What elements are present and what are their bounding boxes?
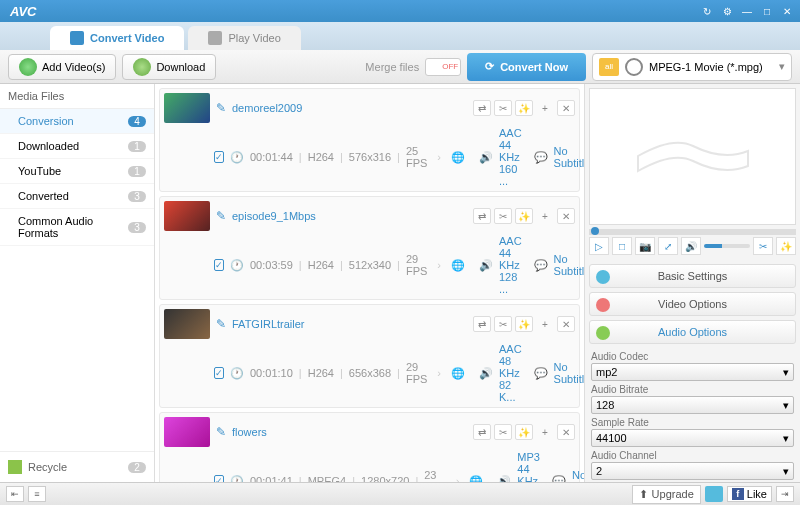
edit-icon[interactable]: ✎ bbox=[216, 317, 226, 331]
sound-icon[interactable]: 🔊 bbox=[497, 475, 511, 483]
file-row[interactable]: ✎episode9_1Mbps⇄✂✨+✕✓🕐00:03:59|H264|512x… bbox=[159, 196, 580, 300]
subtitle-icon[interactable]: 💬 bbox=[534, 367, 548, 380]
facebook-like-button[interactable]: fLike bbox=[727, 486, 772, 502]
sound-icon[interactable]: 🔊 bbox=[479, 367, 493, 380]
remove-button[interactable]: ✕ bbox=[557, 316, 575, 332]
merge-toggle[interactable]: OFF bbox=[425, 58, 461, 76]
sidebar-item-label: Conversion bbox=[18, 115, 74, 127]
sample-rate-select[interactable]: 44100▾ bbox=[591, 429, 794, 447]
swap-button[interactable]: ⇄ bbox=[473, 100, 491, 116]
sidebar-item-youtube[interactable]: YouTube1 bbox=[0, 159, 154, 184]
subtitle-info[interactable]: No Subtitle bbox=[572, 469, 585, 482]
expand-button[interactable]: ⤢ bbox=[658, 237, 678, 255]
tab-convert-video[interactable]: Convert Video bbox=[50, 26, 184, 50]
effects-button[interactable]: ✨ bbox=[515, 316, 533, 332]
checkbox[interactable]: ✓ bbox=[214, 475, 224, 482]
seek-slider[interactable] bbox=[589, 229, 796, 235]
remove-button[interactable]: ✕ bbox=[557, 208, 575, 224]
effects-button[interactable]: ✨ bbox=[776, 237, 796, 255]
play-button[interactable]: ▷ bbox=[589, 237, 609, 255]
up-arrow-icon: ⬆ bbox=[639, 488, 648, 501]
file-row[interactable]: ✎FATGIRLtrailer⇄✂✨+✕✓🕐00:01:10|H264|656x… bbox=[159, 304, 580, 408]
globe-icon: 🌐 bbox=[451, 259, 465, 272]
audio-info[interactable]: AAC 44 KHz 160 ... bbox=[499, 127, 522, 187]
cut-button[interactable]: ✂ bbox=[494, 100, 512, 116]
sound-icon[interactable]: 🔊 bbox=[479, 151, 493, 164]
audio-info[interactable]: AAC 44 KHz 128 ... bbox=[499, 235, 522, 295]
count-badge: 2 bbox=[128, 462, 146, 473]
cut-button[interactable]: ✂ bbox=[494, 316, 512, 332]
download-button[interactable]: Download bbox=[122, 54, 216, 80]
maximize-icon[interactable]: □ bbox=[758, 3, 776, 19]
remove-button[interactable]: ✕ bbox=[557, 424, 575, 440]
effects-button[interactable]: ✨ bbox=[515, 208, 533, 224]
add-button[interactable]: + bbox=[536, 316, 554, 332]
prev-page-button[interactable]: ⇤ bbox=[6, 486, 24, 502]
add-button[interactable]: + bbox=[536, 100, 554, 116]
settings-icon[interactable]: ⚙ bbox=[718, 3, 736, 19]
file-name[interactable]: episode9_1Mbps bbox=[232, 210, 316, 222]
audio-codec-select[interactable]: mp2▾ bbox=[591, 363, 794, 381]
add-button[interactable]: + bbox=[536, 208, 554, 224]
file-name[interactable]: flowers bbox=[232, 426, 267, 438]
subtitle-info[interactable]: No Subtitle bbox=[554, 145, 585, 169]
snapshot-button[interactable]: 📷 bbox=[635, 237, 655, 255]
refresh-icon[interactable]: ↻ bbox=[698, 3, 716, 19]
effects-button[interactable]: ✨ bbox=[515, 100, 533, 116]
convert-now-button[interactable]: ⟳ Convert Now bbox=[467, 53, 586, 81]
checkbox[interactable]: ✓ bbox=[214, 259, 224, 271]
audio-info[interactable]: AAC 48 KHz 82 K... bbox=[499, 343, 522, 403]
audio-info[interactable]: MP3 44 KHz 320 K... bbox=[517, 451, 540, 482]
file-row[interactable]: ✎demoreel2009⇄✂✨+✕✓🕐00:01:44|H264|576x31… bbox=[159, 88, 580, 192]
video-options-panel[interactable]: Video Options bbox=[589, 292, 796, 316]
file-row[interactable]: ✎flowers⇄✂✨+✕✓🕐00:01:41|MPEG4|1280x720|2… bbox=[159, 412, 580, 482]
file-name[interactable]: FATGIRLtrailer bbox=[232, 318, 305, 330]
upgrade-button[interactable]: ⬆Upgrade bbox=[632, 485, 701, 504]
subtitle-icon[interactable]: 💬 bbox=[552, 475, 566, 483]
output-format-select[interactable]: all MPEG-1 Movie (*.mpg) ▾ bbox=[592, 53, 792, 81]
play-icon bbox=[208, 31, 222, 45]
volume-slider[interactable] bbox=[704, 244, 750, 248]
subtitle-info[interactable]: No Subtitle bbox=[554, 253, 585, 277]
cut-button[interactable]: ✂ bbox=[753, 237, 773, 255]
basic-settings-panel[interactable]: Basic Settings bbox=[589, 264, 796, 288]
sidebar-item-converted[interactable]: Converted3 bbox=[0, 184, 154, 209]
file-name[interactable]: demoreel2009 bbox=[232, 102, 302, 114]
subtitle-icon[interactable]: 💬 bbox=[534, 151, 548, 164]
sidebar-item-downloaded[interactable]: Downloaded1 bbox=[0, 134, 154, 159]
swap-button[interactable]: ⇄ bbox=[473, 424, 491, 440]
next-page-button[interactable]: ⇥ bbox=[776, 486, 794, 502]
audio-channel-select[interactable]: 2▾ bbox=[591, 462, 794, 480]
checkbox[interactable]: ✓ bbox=[214, 151, 224, 163]
edit-icon[interactable]: ✎ bbox=[216, 425, 226, 439]
minimize-icon[interactable]: — bbox=[738, 3, 756, 19]
audio-bitrate-select[interactable]: 128▾ bbox=[591, 396, 794, 414]
effects-button[interactable]: ✨ bbox=[515, 424, 533, 440]
sidebar-item-common-audio-formats[interactable]: Common Audio Formats3 bbox=[0, 209, 154, 246]
recycle-button[interactable]: Recycle 2 bbox=[0, 451, 154, 482]
stop-button[interactable]: □ bbox=[612, 237, 632, 255]
sidebar-item-conversion[interactable]: Conversion4 bbox=[0, 109, 154, 134]
sound-icon[interactable]: 🔊 bbox=[479, 259, 493, 272]
fps: 25 FPS bbox=[406, 145, 427, 169]
swap-button[interactable]: ⇄ bbox=[473, 208, 491, 224]
gear-icon bbox=[596, 270, 610, 284]
cut-button[interactable]: ✂ bbox=[494, 208, 512, 224]
menu-button[interactable]: ≡ bbox=[28, 486, 46, 502]
subtitle-info[interactable]: No Subtitle bbox=[554, 361, 585, 385]
edit-icon[interactable]: ✎ bbox=[216, 101, 226, 115]
audio-options-panel[interactable]: Audio Options bbox=[589, 320, 796, 344]
checkbox[interactable]: ✓ bbox=[214, 367, 224, 379]
twitter-button[interactable] bbox=[705, 486, 723, 502]
subtitle-icon[interactable]: 💬 bbox=[534, 259, 548, 272]
swap-button[interactable]: ⇄ bbox=[473, 316, 491, 332]
remove-button[interactable]: ✕ bbox=[557, 100, 575, 116]
add-button[interactable]: + bbox=[536, 424, 554, 440]
edit-icon[interactable]: ✎ bbox=[216, 209, 226, 223]
titlebar: AVC ↻ ⚙ — □ ✕ bbox=[0, 0, 800, 22]
volume-button[interactable]: 🔊 bbox=[681, 237, 701, 255]
add-videos-button[interactable]: Add Video(s) bbox=[8, 54, 116, 80]
cut-button[interactable]: ✂ bbox=[494, 424, 512, 440]
close-icon[interactable]: ✕ bbox=[778, 3, 796, 19]
tab-play-video[interactable]: Play Video bbox=[188, 26, 300, 50]
